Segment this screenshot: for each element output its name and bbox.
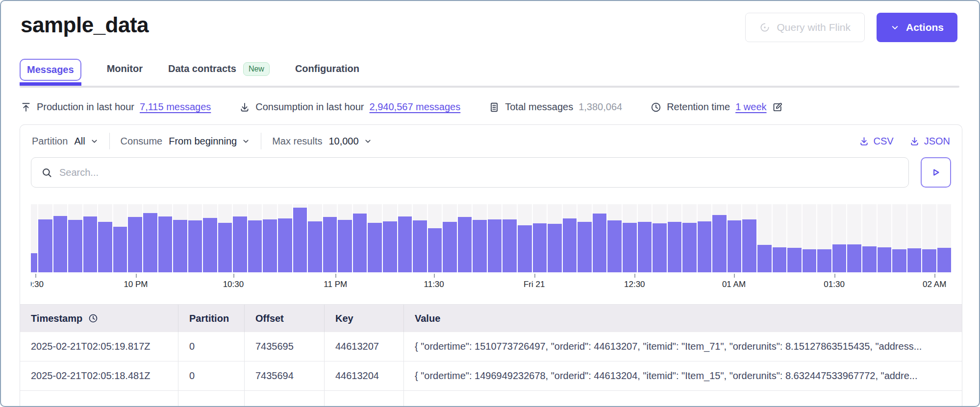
histogram-bar [308,204,322,272]
histogram-bar [817,204,831,272]
histogram-bar [128,204,142,272]
cell-timestamp: 2025-02-21T02:05:18.481Z [20,361,178,390]
histogram-bar [68,204,82,272]
histogram-bar [698,204,712,272]
axis-tick-mark [434,274,435,278]
actions-label: Actions [906,22,944,33]
histogram-bar [338,204,352,272]
histogram-bar [83,204,98,272]
tab-data-contracts[interactable]: Data contracts New [168,62,270,76]
cell-value: { "ordertime": 1496949232678, "orderid":… [403,361,962,390]
chevron-down-icon [90,137,99,145]
column-header-timestamp[interactable]: Timestamp [20,305,178,332]
histogram-bar [443,204,457,272]
histogram-bar [937,204,951,272]
axis-tick-mark [335,274,336,278]
histogram-bar [892,204,906,272]
tab-configuration[interactable]: Configuration [295,63,359,74]
download-icon [859,136,869,146]
histogram-bar [878,204,892,272]
axis-tick-label: 01 AM [722,280,746,289]
histogram-bar [31,204,37,272]
messages-toolbar: Partition All Consume From beginning Max… [20,125,962,154]
query-with-flink-button[interactable]: Query with Flink [745,13,865,42]
histogram-bar [548,204,562,272]
histogram-bar [413,204,427,272]
histogram-bar [353,204,367,272]
actions-button[interactable]: Actions [877,13,957,42]
histogram-bar [158,204,173,272]
export-csv-link[interactable]: CSV [859,136,894,147]
stat-consumption: Consumption in last hour 2,940,567 messa… [239,101,460,113]
histogram-bar [728,204,742,272]
table-row[interactable]: 2025-02-21T02:05:18.481Z0743569444613204… [20,361,962,391]
retention-time-link[interactable]: 1 week [735,101,766,113]
histogram-bar [638,204,652,272]
histogram-bar [188,204,202,272]
histogram-bar [233,204,247,272]
cell-offset: 7435694 [244,361,324,390]
histogram-bar [518,204,532,272]
partition-select[interactable]: Partition All [32,136,99,147]
topic-page: sample_data Query with Flink Actions [0,0,980,407]
histogram-bar [503,204,517,272]
table-row[interactable]: 2025-02-21T02:05:19.817Z0743569544613207… [20,332,962,361]
edit-icon[interactable] [772,102,783,113]
axis-tick-mark [35,274,36,278]
table-row-partial[interactable] [20,391,962,407]
histogram-bar [218,204,232,272]
histogram-bar [458,204,472,272]
column-header-offset[interactable]: Offset [244,305,324,332]
tab-monitor[interactable]: Monitor [107,63,143,74]
cell-offset: 7435695 [244,332,324,361]
histogram-bar [922,204,936,272]
histogram-bar [682,204,697,272]
active-tab-underline [20,82,81,86]
consumption-messages-link[interactable]: 2,940,567 messages [370,101,461,113]
search-input[interactable] [59,167,899,178]
histogram-bar [263,204,277,272]
cell-timestamp: 2025-02-21T02:05:19.817Z [20,332,178,361]
tab-messages[interactable]: Messages [20,59,81,81]
histogram-bar [533,204,547,272]
cell-partition: 0 [178,332,244,361]
export-json-link[interactable]: JSON [909,136,950,147]
histogram-bar [323,204,337,272]
histogram-bar [832,204,847,272]
table-header-row: Timestamp Partition Offset Key Value [20,305,962,332]
max-results-select[interactable]: Max results 10,000 [272,136,372,147]
histogram-bar [473,204,487,272]
run-search-button[interactable] [921,157,951,188]
histogram-bar [398,204,412,272]
consume-select[interactable]: Consume From beginning [121,136,251,147]
column-header-partition[interactable]: Partition [178,305,244,332]
axis-tick-label: 10 PM [124,280,148,289]
cell-partition: 0 [178,361,244,390]
column-header-key[interactable]: Key [324,305,403,332]
new-badge: New [243,62,270,76]
axis-tick-mark [136,274,137,278]
search-box [31,157,909,188]
histogram-bar [293,204,307,272]
download-icon [239,102,250,113]
message-histogram[interactable]: 9:3010 PM10:3011 PM11:30Fri 2112:3001 AM… [31,204,951,291]
stat-total-messages: Total messages 1,380,064 [489,101,622,113]
histogram-bar [203,204,217,272]
histogram-bar [278,204,292,272]
tab-bar-rule [20,86,959,88]
chevron-down-icon [242,137,250,145]
column-header-value[interactable]: Value [403,305,962,332]
search-icon [41,167,52,178]
axis-tick-label: 11:30 [424,280,444,289]
topic-stats: Production in last hour 7,115 messages C… [21,101,959,113]
stat-retention: Retention time 1 week [651,101,782,113]
histogram-bar [742,204,756,272]
histogram-bar [488,204,502,272]
histogram-bar [653,204,667,272]
histogram-bar [113,204,127,272]
production-messages-link[interactable]: 7,115 messages [140,101,211,113]
chevron-down-icon [364,137,372,145]
histogram-bar [428,204,442,272]
query-with-flink-label: Query with Flink [777,22,851,33]
cell-value: { "ordertime": 1510773726497, "orderid":… [403,332,962,361]
